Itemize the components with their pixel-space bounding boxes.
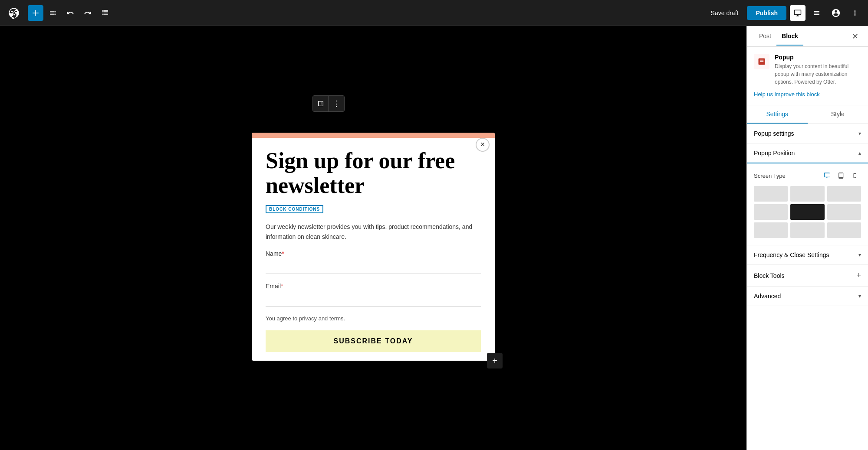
- avatar-icon: [831, 8, 841, 18]
- desktop-icon: [794, 9, 802, 17]
- position-bottom-left[interactable]: [754, 222, 788, 238]
- position-bottom-right[interactable]: [827, 222, 861, 238]
- publish-button[interactable]: Publish: [747, 6, 786, 20]
- popup-position-accordion: Popup Position ▴ Screen Type: [747, 143, 868, 245]
- position-middle-center[interactable]: [790, 204, 824, 220]
- block-info-text: Popup Display your content in beautiful …: [775, 54, 861, 86]
- tools-button[interactable]: [45, 5, 61, 21]
- add-block-below-button[interactable]: +: [487, 353, 503, 368]
- block-info-section: Popup Display your content in beautiful …: [747, 47, 868, 105]
- popup-settings-header[interactable]: Popup settings ▾: [747, 124, 868, 143]
- block-description: Display your content in beautiful popup …: [775, 62, 861, 86]
- toolbar-left: [5, 4, 113, 22]
- main-content: ⋮ × Sign up for our free newsletter BLOC…: [0, 26, 868, 450]
- list-icon: [101, 9, 109, 17]
- block-toolbar: ⋮: [312, 95, 345, 112]
- advanced-label: Advanced: [754, 293, 781, 300]
- position-top-center[interactable]: [790, 186, 824, 202]
- desktop-screen-type[interactable]: [821, 170, 833, 181]
- popup-position-chevron: ▴: [858, 150, 861, 156]
- wp-logo[interactable]: [5, 4, 23, 22]
- email-required: *: [281, 283, 283, 290]
- undo-button[interactable]: [62, 5, 78, 21]
- toolbar-right: Save draft Publish: [706, 5, 863, 21]
- document-overview-button[interactable]: [97, 5, 113, 21]
- sidebar-close-button[interactable]: ✕: [849, 30, 861, 42]
- help-link[interactable]: Help us improve this block: [754, 91, 820, 98]
- position-middle-right[interactable]: [827, 204, 861, 220]
- popup-icon: [317, 100, 324, 107]
- popup-modal: × Sign up for our free newsletter BLOCK …: [252, 133, 495, 361]
- frequency-close-label: Frequency & Close Settings: [754, 251, 829, 258]
- name-input[interactable]: [266, 260, 481, 274]
- plus-icon: [32, 9, 39, 17]
- tools-icon: [49, 9, 57, 17]
- sidebar-header: Post Block ✕: [747, 26, 868, 47]
- save-draft-button[interactable]: Save draft: [706, 6, 744, 20]
- advanced-accordion: Advanced ▾: [747, 287, 868, 306]
- block-tools-label: Block Tools: [754, 272, 785, 279]
- block-icon-wrapper: [754, 54, 769, 69]
- redo-button[interactable]: [80, 5, 95, 21]
- more-icon: [851, 9, 859, 17]
- position-top-left[interactable]: [754, 186, 788, 202]
- add-block-button[interactable]: [28, 5, 43, 21]
- mobile-screen-type[interactable]: [849, 170, 861, 181]
- position-bottom-center[interactable]: [790, 222, 824, 238]
- advanced-header[interactable]: Advanced ▾: [747, 287, 868, 306]
- frequency-close-accordion: Frequency & Close Settings ▾: [747, 245, 868, 265]
- frequency-close-header[interactable]: Frequency & Close Settings ▾: [747, 245, 868, 264]
- block-tab[interactable]: Block: [776, 27, 803, 46]
- popup-settings-chevron: ▾: [858, 130, 861, 137]
- position-grid: [754, 186, 861, 238]
- popup-position-header[interactable]: Popup Position ▴: [747, 143, 868, 163]
- post-tab[interactable]: Post: [754, 27, 776, 46]
- popup-header-bar: [252, 133, 495, 138]
- privacy-text: You agree to privacy and terms.: [266, 315, 481, 322]
- settings-tab[interactable]: Settings: [747, 105, 808, 124]
- plus-icon: +: [492, 356, 497, 366]
- email-input[interactable]: [266, 292, 481, 307]
- popup-settings-label: Popup settings: [754, 130, 794, 137]
- more-options-button[interactable]: [847, 5, 863, 21]
- name-label: Name*: [266, 250, 481, 257]
- style-tab[interactable]: Style: [808, 105, 868, 124]
- canvas: ⋮ × Sign up for our free newsletter BLOC…: [0, 26, 746, 450]
- user-avatar[interactable]: [828, 5, 844, 21]
- popup-position-label: Popup Position: [754, 150, 795, 157]
- block-conditions-badge[interactable]: BLOCK CONDITIONS: [266, 205, 481, 217]
- block-tools-plus: +: [856, 271, 861, 280]
- undo-icon: [66, 9, 74, 17]
- popup-block-icon: [757, 57, 766, 66]
- desktop-view-button[interactable]: [790, 5, 806, 21]
- advanced-chevron: ▾: [858, 293, 861, 299]
- toolbar: Save draft Publish: [0, 0, 868, 26]
- subscribe-button[interactable]: SUBSCRIBE TODAY: [266, 330, 481, 352]
- wordpress-icon: [8, 7, 20, 19]
- position-middle-left[interactable]: [754, 204, 788, 220]
- settings-style-tabs: Settings Style: [747, 105, 868, 124]
- screen-type-row: Screen Type: [754, 170, 861, 181]
- popup-description: Our weekly newsletter provides you with …: [266, 222, 481, 241]
- popup-container: × Sign up for our free newsletter BLOCK …: [252, 133, 495, 361]
- mobile-screen-icon: [852, 172, 858, 179]
- block-icon-button[interactable]: [313, 96, 329, 111]
- panel-icon: [813, 9, 821, 17]
- block-tools-header[interactable]: Block Tools +: [747, 265, 868, 286]
- popup-title: Sign up for our free newsletter: [266, 148, 481, 198]
- block-options-button[interactable]: ⋮: [329, 96, 344, 111]
- popup-position-content: Screen Type: [747, 163, 868, 245]
- desktop-screen-icon: [824, 172, 831, 179]
- block-tools-accordion: Block Tools +: [747, 265, 868, 287]
- redo-icon: [84, 9, 92, 17]
- block-name: Popup: [775, 54, 861, 61]
- popup-close-button[interactable]: ×: [476, 138, 490, 152]
- block-info-header: Popup Display your content in beautiful …: [754, 54, 861, 86]
- name-required: *: [282, 250, 284, 257]
- tablet-screen-type[interactable]: [835, 170, 847, 181]
- settings-panel-button[interactable]: [809, 5, 825, 21]
- position-top-right[interactable]: [827, 186, 861, 202]
- popup-settings-accordion: Popup settings ▾: [747, 124, 868, 143]
- tablet-screen-icon: [838, 172, 844, 179]
- screen-type-label: Screen Type: [754, 173, 786, 179]
